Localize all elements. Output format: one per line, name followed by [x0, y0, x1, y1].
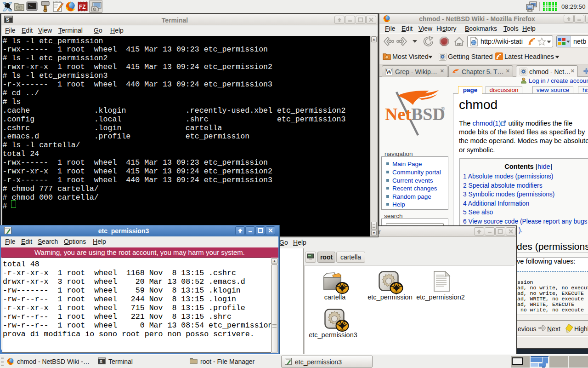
svg-text:NetBSD: NetBSD: [385, 104, 445, 124]
svg-text:®: ®: [441, 106, 445, 111]
svg-text:>_: >_: [28, 4, 33, 7]
svg-text:FZ: FZ: [79, 4, 86, 10]
svg-text:S: S: [100, 359, 103, 364]
svg-text:S: S: [6, 17, 9, 23]
svg-text:W: W: [386, 68, 393, 75]
